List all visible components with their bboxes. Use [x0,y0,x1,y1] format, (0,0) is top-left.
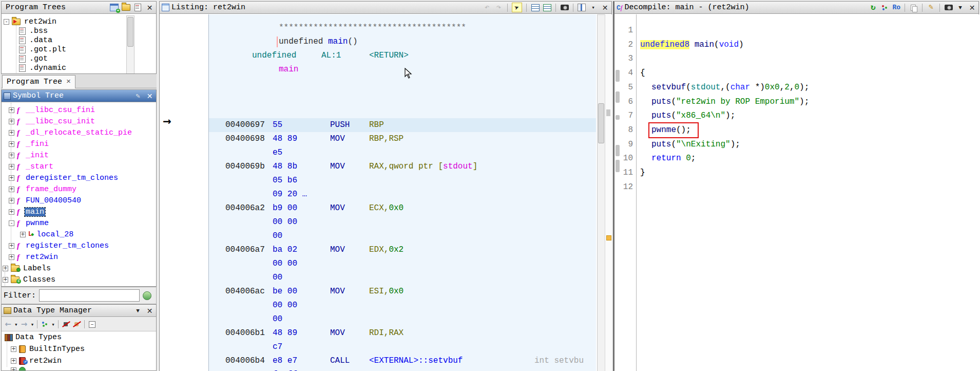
expander-icon[interactable] [9,198,14,203]
tree-item--data[interactable]: .data [19,35,53,45]
tree-item-builtintypes[interactable]: BuiltInTypes [11,344,86,354]
symbol-tree-header[interactable]: Symbol Tree ✎ ✕ [2,90,156,102]
tree-item--libc-csu-init[interactable]: f__libc_csu_init [9,116,96,126]
expander-icon[interactable] [4,19,9,25]
tree-item-main[interactable]: fmain [9,207,45,217]
tree-item-deregister-tm-clones[interactable]: fderegister_tm_clones [9,173,119,183]
tree-item--got[interactable]: .got [19,53,49,64]
expander-icon[interactable] [9,153,14,158]
tree-item-data-types[interactable]: Data Types [5,332,63,342]
back-dropdown-icon[interactable]: ▾ [14,321,18,328]
panel-dropdown-icon[interactable]: ▾ [589,4,598,12]
forward-arrow-icon[interactable]: → [20,320,29,328]
code-line-6[interactable]: puts("ret2win by ROP Emporium"); [651,95,809,109]
open-folder-icon[interactable] [122,4,130,12]
expander-icon[interactable] [9,107,14,113]
edit-icon[interactable]: ✎ [927,4,935,12]
tree-item--dynamic[interactable]: .dynamic [19,63,67,73]
copy-icon[interactable] [909,4,918,12]
tab-program-tree[interactable]: Program Tree × [2,75,75,88]
expander-icon[interactable] [9,164,14,170]
code-line-4[interactable]: { [640,66,645,80]
decompile-header[interactable]: Cf Decompile: main - (ret2win) ↻ Ro ✎ ▼ … [614,2,978,14]
filter-arrays-icon[interactable] [72,320,81,328]
expander-icon[interactable] [9,187,14,192]
conflict-dropdown-icon[interactable]: ▾ [51,321,55,328]
tree-item--got-plt[interactable]: .got.plt [19,44,67,54]
code-line-11[interactable]: } [640,166,645,180]
expander-icon[interactable] [9,119,14,124]
filter-input[interactable] [39,289,140,302]
edit-fields-icon[interactable] [543,4,551,12]
expander-icon[interactable] [3,266,8,271]
tree-item-frame-dummy[interactable]: fframe_dummy [9,184,78,194]
back-arrow-icon[interactable]: ← [4,320,12,328]
decompile-body[interactable]: 12undefined8 main(void)34{5setvbuf(stdou… [614,14,980,371]
tree-item-ret2win[interactable]: ✓ret2win [11,356,63,366]
expander-icon[interactable] [20,232,26,237]
tree-item--init[interactable]: f_init [9,150,50,160]
tree-item-ret2win[interactable]: fret2win [9,252,59,262]
conflict-mode-icon[interactable] [41,320,49,328]
tree-item-register-tm-clones[interactable]: fregister_tm_clones [9,240,110,251]
tree-item--fini[interactable]: f_fini [9,139,50,149]
data-type-manager-header[interactable]: Data Type Manager ▼ ✕ [2,305,156,317]
listing-content[interactable]: **************************************un… [208,14,596,371]
expander-icon[interactable] [3,277,8,283]
tree-item-labels[interactable]: Labels [3,263,52,273]
tree-item--dl-relocate-static-pie[interactable]: f_dl_relocate_static_pie [9,127,133,138]
expander-icon[interactable] [9,220,14,226]
expander-icon[interactable] [9,141,14,147]
snapshot-camera-icon[interactable] [560,4,569,12]
filter-pointers-icon[interactable] [62,320,70,328]
dropdown-icon[interactable]: ▼ [133,307,142,315]
listing-header[interactable]: Listing: ret2win ↶ ↷ ➤ ▾ ✕ [160,2,611,14]
program-trees-scrollbar[interactable] [126,15,134,73]
code-line-2[interactable]: undefined8 main(void) [640,38,744,52]
tree-item-fun-00400540[interactable]: fFUN_00400540 [9,195,82,206]
close-icon[interactable]: ✕ [601,4,609,12]
code-line-10[interactable]: return 0; [651,152,696,165]
listing-margin[interactable] [160,14,208,371]
collapse-all-icon[interactable] [88,320,97,328]
redo-icon[interactable]: ↷ [494,4,503,12]
code-line-7[interactable]: puts("x86_64\n"); [651,109,735,123]
tree-item-ret2win[interactable]: ret2win [4,16,57,27]
tree-item--libc-csu-fini[interactable]: f__libc_csu_fini [9,105,96,115]
tab-close-icon[interactable]: × [66,78,71,86]
expander-icon[interactable] [9,209,14,215]
expander-icon[interactable] [9,254,14,260]
expander-icon[interactable] [9,175,14,181]
undo-icon[interactable]: ↶ [483,4,491,12]
code-line-5[interactable]: setvbuf(stdout,(char *)0x0,2,0); [651,81,809,95]
tree-item--start[interactable]: f_start [9,161,54,172]
panel-toggle-icon[interactable] [578,4,586,11]
page-icon[interactable] [133,4,142,12]
field-header-icon[interactable] [531,4,540,12]
expander-icon[interactable] [9,130,14,136]
expander-icon[interactable] [11,358,16,364]
snapshot-camera-icon[interactable] [944,4,953,12]
code-line-9[interactable]: puts("\nExiting"); [651,138,740,152]
dropdown-icon[interactable]: ▼ [956,4,965,12]
tree-item-classes[interactable]: CClasses [3,274,56,285]
program-trees-header[interactable]: Program Trees ✕ [2,2,156,14]
refresh-icon[interactable]: ↻ [869,4,877,12]
filter-options-icon[interactable] [143,291,151,300]
new-tree-icon[interactable] [110,4,119,12]
ro-toggle[interactable]: Ro [892,4,900,12]
close-icon[interactable]: ✕ [145,307,154,315]
forward-dropdown-icon[interactable]: ▾ [31,321,34,328]
close-icon[interactable]: ✕ [145,4,154,12]
listing-scrollbar[interactable] [597,14,605,371]
expander-icon[interactable] [9,243,14,249]
cursor-highlight-icon[interactable]: ➤ [512,3,522,12]
close-icon[interactable]: ✕ [145,92,154,100]
function-graph-icon[interactable] [880,4,889,12]
tree-item-pwnme[interactable]: fpwnme [9,218,50,228]
expander-icon[interactable] [11,346,16,352]
tree-item--bss[interactable]: .bss [19,26,49,36]
close-icon[interactable]: ✕ [968,4,976,12]
tree-item-local-28[interactable]: L◆local_28 [20,229,74,239]
edit-pin-icon[interactable]: ✎ [133,92,142,100]
